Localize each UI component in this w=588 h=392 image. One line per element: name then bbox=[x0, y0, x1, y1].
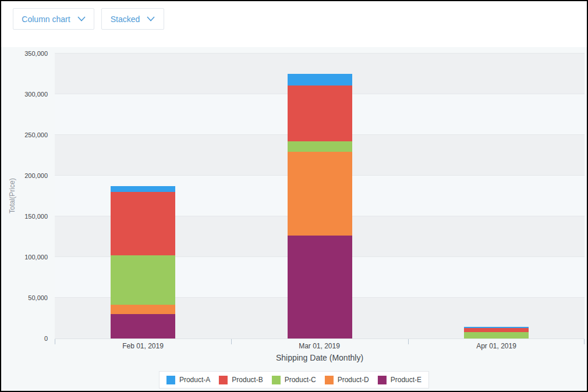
bar-segment-product-a[interactable] bbox=[288, 74, 352, 85]
bar-segment-product-b[interactable] bbox=[111, 192, 175, 255]
bar-segment-product-a[interactable] bbox=[111, 186, 175, 192]
bar-segment-product-d[interactable] bbox=[288, 152, 352, 236]
y-tick-label: 100,000 bbox=[24, 254, 48, 261]
legend-item-product-e[interactable]: Product-E bbox=[378, 376, 421, 384]
stack-mode-dropdown-label: Stacked bbox=[111, 15, 140, 24]
legend-swatch-icon bbox=[219, 376, 228, 384]
bar-segment-product-a[interactable] bbox=[464, 327, 529, 327]
bar-segment-product-c[interactable] bbox=[111, 255, 175, 305]
legend: Product-AProduct-BProduct-CProduct-DProd… bbox=[159, 371, 429, 389]
plot-area bbox=[55, 54, 585, 338]
y-tick-label: 50,000 bbox=[28, 294, 48, 301]
legend-label: Product-C bbox=[285, 376, 316, 384]
y-tick-label: 150,000 bbox=[24, 213, 48, 220]
x-axis-labels: Feb 01, 2019Mar 01, 2019Apr 01, 2019 bbox=[55, 342, 585, 351]
chart-type-dropdown[interactable]: Column chart bbox=[13, 8, 94, 30]
chart-builder-window: { "toolbar": { "chart_type_label": "Colu… bbox=[0, 0, 588, 392]
bar-segment-product-c[interactable] bbox=[464, 332, 529, 338]
y-tick-label: 350,000 bbox=[24, 50, 48, 57]
bar-segment-product-b[interactable] bbox=[464, 328, 529, 332]
x-tick-label: Mar 01, 2019 bbox=[231, 342, 408, 350]
x-tick-label: Apr 01, 2019 bbox=[408, 342, 585, 350]
y-tick-label: 250,000 bbox=[24, 131, 48, 138]
legend-item-product-a[interactable]: Product-A bbox=[167, 376, 210, 384]
y-tick-label: 300,000 bbox=[24, 91, 48, 98]
chart-type-dropdown-label: Column chart bbox=[22, 15, 70, 24]
legend-item-product-c[interactable]: Product-C bbox=[272, 376, 316, 384]
legend-swatch-icon bbox=[272, 376, 281, 384]
toolbar: Column chart Stacked bbox=[1, 1, 587, 47]
legend-item-product-b[interactable]: Product-B bbox=[219, 376, 263, 384]
y-tick-label: 0 bbox=[44, 335, 48, 342]
bar-segment-product-c[interactable] bbox=[288, 141, 352, 152]
y-axis-labels: 050,000100,000150,000200,000250,000300,0… bbox=[1, 47, 50, 350]
gridline bbox=[55, 53, 585, 54]
y-tick-label: 200,000 bbox=[24, 172, 48, 179]
bar-segment-product-e[interactable] bbox=[111, 314, 175, 338]
stacked-bar-1[interactable] bbox=[111, 186, 175, 338]
x-axis-line bbox=[55, 338, 585, 339]
chevron-down-icon bbox=[147, 16, 155, 22]
legend-item-product-d[interactable]: Product-D bbox=[325, 376, 369, 384]
bar-segment-product-e[interactable] bbox=[288, 236, 352, 338]
stacked-bar-3[interactable] bbox=[464, 327, 529, 338]
bar-segment-product-b[interactable] bbox=[288, 85, 352, 141]
bar-segment-product-d[interactable] bbox=[111, 305, 175, 314]
legend-label: Product-A bbox=[179, 376, 210, 384]
x-axis-title: Shipping Date (Monthly) bbox=[55, 353, 585, 362]
chart-canvas: Total(Price) 050,000100,000150,000200,00… bbox=[1, 47, 587, 391]
legend-swatch-icon bbox=[378, 376, 387, 384]
legend-swatch-icon bbox=[325, 376, 334, 384]
x-tick-label: Feb 01, 2019 bbox=[55, 342, 231, 350]
stack-mode-dropdown[interactable]: Stacked bbox=[101, 8, 164, 30]
legend-label: Product-D bbox=[338, 376, 369, 384]
legend-label: Product-E bbox=[391, 376, 421, 384]
stacked-bar-2[interactable] bbox=[288, 74, 352, 338]
legend-label: Product-B bbox=[232, 376, 263, 384]
chevron-down-icon bbox=[77, 16, 86, 22]
legend-swatch-icon bbox=[167, 376, 175, 384]
